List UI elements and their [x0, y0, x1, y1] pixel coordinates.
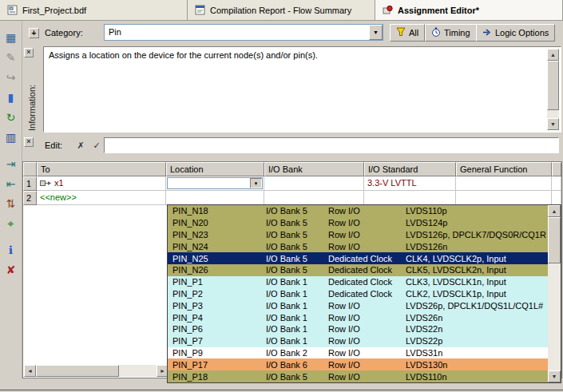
close-icon[interactable]: ×	[24, 137, 34, 147]
location-cell[interactable]: ▼	[166, 176, 264, 191]
pin-locate-button[interactable]: ⌖	[2, 215, 20, 232]
pin-function: LVDS22n	[404, 324, 548, 334]
header-stub	[552, 162, 561, 176]
dropdown-row[interactable]: PIN_N23I/O Bank 5Row I/OLVDS126p, DPCLK7…	[168, 229, 548, 241]
row-number[interactable]: 1	[23, 176, 37, 191]
header-location[interactable]: Location	[166, 162, 264, 176]
chevron-down-icon[interactable]: ▼	[369, 25, 383, 40]
dropdown-row[interactable]: PIN_P9I/O Bank 2Row I/OLVDS31n	[168, 347, 548, 359]
header-corner[interactable]	[23, 162, 37, 176]
export-button[interactable]: ↪	[2, 69, 20, 86]
scroll-left-icon[interactable]: ◄	[24, 365, 36, 377]
refresh-button[interactable]: ↻	[2, 109, 20, 126]
pin-name: PIN_P6	[168, 324, 263, 334]
bdf-file-icon	[6, 5, 18, 16]
tab-first-project[interactable]: First_Project.bdf	[0, 0, 188, 20]
logic-options-button[interactable]: Logic Options	[476, 24, 555, 42]
dropdown-row[interactable]: PIN_P1I/O Bank 1Dedicated ClockCLK3, LVD…	[168, 276, 548, 288]
header-general-function[interactable]: General Function	[456, 162, 552, 176]
tab-assignment-editor[interactable]: Assignment Editor*	[375, 0, 563, 20]
scroll-down-icon[interactable]: ▼	[548, 370, 561, 382]
dropdown-scrollbar[interactable]: ▲ ▼	[548, 205, 561, 382]
pin-function: CLK3, LVDSCLK1n, Input	[404, 277, 548, 287]
io-bank-cell[interactable]	[264, 176, 364, 191]
pin-type: Row I/O	[327, 336, 404, 346]
timing-button[interactable]: Timing	[425, 24, 477, 42]
dropdown-row[interactable]: PIN_P7I/O Bank 1Row I/OLVDS22p	[168, 335, 548, 347]
pin-name: PIN_N24	[168, 242, 263, 251]
pin-bank: I/O Bank 1	[263, 301, 327, 311]
location-value	[168, 178, 250, 188]
information-panel-label: Information:	[27, 62, 37, 131]
tab-compilation-report[interactable]: Compilation Report - Flow Summary	[188, 0, 375, 20]
dropdown-row[interactable]: PIN_P3I/O Bank 1Row I/OLVDS26p, DPCLK1/D…	[168, 299, 548, 311]
header-io-bank[interactable]: I/O Bank	[264, 162, 364, 176]
accept-edit-button[interactable]: ✓	[89, 138, 104, 152]
expand-category-button[interactable]: +	[29, 28, 39, 38]
chevron-down-icon[interactable]: ▼	[250, 178, 262, 188]
dropdown-row[interactable]: PIN_P2I/O Bank 1Dedicated ClockCLK2, LVD…	[168, 288, 548, 300]
scroll-up-icon[interactable]: ▲	[548, 205, 561, 217]
dropdown-row[interactable]: PIN_N24I/O Bank 5Row I/OLVDS126n	[168, 240, 548, 252]
to-cell[interactable]: x1	[37, 176, 166, 191]
dropdown-row[interactable]: PIN_N18I/O Bank 5Row I/OLVDS110p	[168, 205, 548, 217]
dropdown-row-selected[interactable]: PIN_N25I/O Bank 5Dedicated ClockCLK4, LV…	[168, 252, 548, 264]
all-button[interactable]: All	[390, 24, 425, 42]
panes-button[interactable]: ▦	[2, 29, 20, 46]
input-pin-icon	[40, 179, 52, 188]
block-button[interactable]: ▮	[2, 89, 20, 106]
edit-input[interactable]	[104, 137, 559, 153]
dropdown-row[interactable]: PIN_P17I/O Bank 6Row I/OLVDS130n	[168, 358, 548, 370]
dropdown-row[interactable]: PIN_N20I/O Bank 5Row I/OLVDS124p	[168, 217, 548, 229]
pin-name: PIN_N26	[168, 265, 263, 275]
reject-edit-button[interactable]: ✗	[73, 138, 88, 152]
scrollbar-thumb[interactable]	[548, 217, 561, 263]
header-io-standard[interactable]: I/O Standard	[364, 162, 456, 176]
scroll-down-icon[interactable]: ▼	[547, 118, 559, 130]
panes-icon: ▦	[6, 31, 16, 44]
horizontal-scrollbar[interactable]: ◄ ►	[24, 365, 169, 377]
io-standard-cell[interactable]: 3.3-V LVTTL	[364, 176, 456, 191]
category-value: Pin	[105, 25, 369, 40]
general-function-cell[interactable]	[456, 176, 552, 191]
swap-button[interactable]: ⇅	[2, 195, 20, 212]
scroll-up-icon[interactable]: ▲	[547, 49, 559, 61]
pin-type: Row I/O	[327, 324, 404, 334]
scrollbar-thumb[interactable]	[547, 61, 559, 110]
header-to[interactable]: To	[37, 162, 166, 176]
timing-button-label: Timing	[444, 28, 470, 38]
info-button[interactable]: ℹ	[2, 241, 20, 259]
row-number[interactable]: 2	[23, 191, 37, 205]
info-icon: ℹ	[9, 244, 13, 256]
pin-bank: I/O Bank 5	[263, 265, 327, 275]
location-combobox[interactable]: ▼	[167, 177, 263, 189]
block-icon: ▮	[8, 91, 14, 104]
disable-button[interactable]: ✘	[2, 261, 20, 279]
pin-bank: I/O Bank 6	[263, 360, 327, 370]
pin-bank: I/O Bank 1	[263, 324, 327, 334]
tab-label: First_Project.bdf	[22, 6, 86, 15]
dropdown-row[interactable]: PIN_N26I/O Bank 5Dedicated ClockCLK5, LV…	[168, 264, 548, 276]
pin-name: PIN_P3	[168, 301, 263, 311]
chart-button[interactable]: ▥	[2, 129, 20, 146]
scrollbar-thumb[interactable]	[36, 365, 119, 377]
close-icon[interactable]: ×	[24, 48, 34, 57]
dropdown-row[interactable]: PIN_P18I/O Bank 5Row I/OLVDS110n	[168, 370, 548, 382]
io-standard-cell[interactable]	[364, 191, 456, 205]
pin-list-button[interactable]: ⇤	[2, 175, 20, 192]
edit-bar-label: Edit:	[45, 141, 62, 150]
category-combobox[interactable]: Pin ▼	[104, 24, 383, 41]
pin-name: PIN_N25	[168, 254, 263, 263]
location-cell[interactable]	[166, 191, 264, 205]
pin-function: LVDS110n	[404, 372, 548, 382]
pin-type: Row I/O	[327, 218, 404, 228]
pencil-button[interactable]: ✎	[2, 49, 20, 66]
pin-assign-button[interactable]: ⇥	[2, 155, 20, 172]
dropdown-row[interactable]: PIN_P4I/O Bank 1Row I/OLVDS26n	[168, 311, 548, 323]
scrollbar-track[interactable]	[119, 365, 157, 377]
general-function-cell[interactable]	[456, 191, 552, 205]
io-bank-cell[interactable]	[264, 191, 364, 205]
information-scrollbar[interactable]: ▲ ▼	[547, 49, 559, 130]
dropdown-row[interactable]: PIN_P6I/O Bank 1Row I/OLVDS22n	[168, 323, 548, 335]
to-cell[interactable]: <<new>>	[37, 191, 166, 205]
